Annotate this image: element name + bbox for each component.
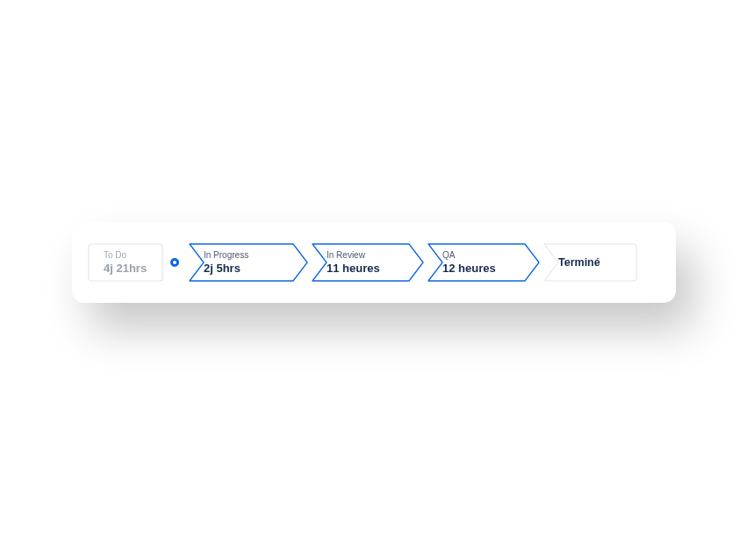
stage-todo-label: To Do [104, 249, 154, 262]
stage-in-progress[interactable]: In Progress 2j 5hrs [188, 243, 309, 282]
stage-qa-value: 12 heures [442, 262, 532, 276]
stage-qa[interactable]: QA 12 heures [427, 243, 541, 282]
current-stage-indicator-icon [170, 258, 179, 267]
stage-done[interactable]: Terminé [542, 243, 637, 282]
stage-in-review[interactable]: In Review 11 heures [311, 243, 425, 282]
stage-in-review-label: In Review [327, 249, 416, 262]
stage-in-review-value: 11 heures [327, 262, 416, 276]
stage-in-progress-value: 2j 5hrs [204, 262, 300, 276]
stage-todo[interactable]: To Do 4j 21hrs [88, 243, 163, 282]
status-pipeline-card: To Do 4j 21hrs In Progress 2j 5hrs In Re… [72, 222, 676, 303]
stage-done-value: Terminé [558, 255, 628, 269]
stage-qa-label: QA [442, 249, 532, 262]
stage-todo-value: 4j 21hrs [104, 262, 154, 276]
stage-in-progress-label: In Progress [204, 249, 300, 262]
